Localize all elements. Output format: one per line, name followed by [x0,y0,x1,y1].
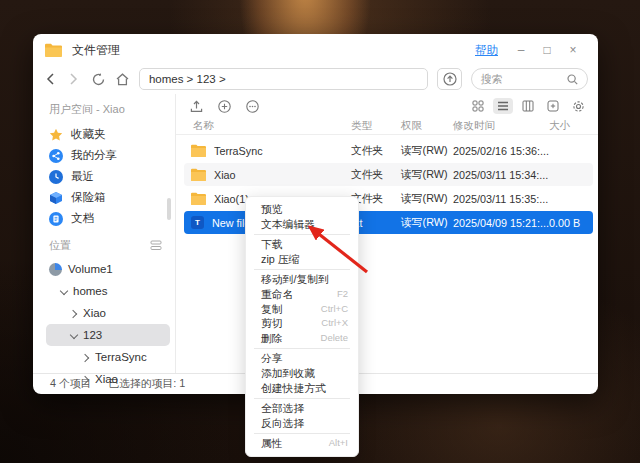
column-header-type[interactable]: 类型 [351,119,401,133]
sidebar-item-vault[interactable]: 保险箱 [33,187,175,208]
sidebar-item-documents[interactable]: 文档 [33,208,175,229]
search-input[interactable]: 搜索 [471,68,588,90]
sidebar-item-favorites[interactable]: 收藏夹 [33,124,175,145]
tree-node-homes[interactable]: homes [33,280,175,302]
menu-divider [254,348,350,349]
column-header-mtime[interactable]: 修改时间 [453,119,549,133]
menu-divider [254,234,350,235]
chevron-down-icon[interactable] [60,288,67,295]
breadcrumb[interactable]: homes > 123 > [139,68,428,90]
column-header-name[interactable]: 名称 [176,119,351,133]
chevron-right-icon[interactable] [82,354,89,361]
minimize-button[interactable]: – [508,43,534,57]
menu-item-move-copy[interactable]: 移动到/复制到 [246,272,358,287]
tree-node-xiao[interactable]: Xiao [33,302,175,324]
menu-item-copy[interactable]: 复制Ctrl+C [246,302,358,317]
volume-pie-icon [49,263,62,276]
refresh-icon[interactable] [91,71,106,87]
column-header-size[interactable]: 大小 [549,119,593,133]
menu-item-select-all[interactable]: 全部选择 [246,401,358,416]
menu-item-zip[interactable]: zip 压缩 [246,252,358,267]
sidebar: 用户空间 - Xiao 收藏夹 我的分享 最近 [33,94,175,373]
menu-item-delete[interactable]: 删除Delete [246,331,358,346]
list-header: 名称 类型 权限 修改时间 大小 [176,118,598,135]
folder-icon [191,192,206,205]
menu-item-add-favorite[interactable]: 添加到收藏 [246,366,358,381]
sidebar-item-label: 收藏夹 [71,127,106,142]
settings-gear-icon[interactable] [572,100,585,113]
new-item-icon[interactable] [218,100,231,113]
tree-node-terrasync[interactable]: TerraSync [33,346,175,368]
menu-item-create-shortcut[interactable]: 创建快捷方式 [246,381,358,396]
sidebar-item-my-shares[interactable]: 我的分享 [33,145,175,166]
sidebar-item-label: 文档 [71,211,94,226]
app-folder-icon [45,43,62,57]
sidebar-item-label: 保险箱 [71,190,106,205]
search-icon [567,74,578,85]
go-up-button[interactable] [437,68,461,90]
chevron-right-icon[interactable] [70,310,77,317]
add-view-icon[interactable] [547,100,559,112]
menu-item-properties[interactable]: 属性Alt+I [246,436,358,451]
table-row-xiao[interactable]: Xiao 文件夹 读写(RW) 2025/03/11 15:34:... [184,163,593,186]
help-link[interactable]: 帮助 [475,43,498,58]
column-view-icon[interactable] [522,100,534,112]
main-panel: 名称 类型 权限 修改时间 大小 TerraSync 文件夹 读写(RW) 20… [176,94,598,373]
tree-node-123-selected[interactable]: 123 [46,324,170,346]
close-button[interactable]: × [560,43,586,57]
file-toolbar [176,94,598,118]
location-header: 位置 [33,229,175,258]
column-header-perm[interactable]: 权限 [401,119,453,133]
sidebar-item-label: 最近 [71,169,94,184]
menu-divider [254,433,350,434]
window-title: 文件管理 [72,42,120,59]
menu-item-preview[interactable]: 预览 [246,202,358,217]
user-space-header: 用户空间 - Xiao [33,98,175,124]
chevron-right-icon[interactable] [82,376,89,383]
menu-item-share[interactable]: 分享 [246,351,358,366]
txt-file-icon: T [191,216,204,229]
star-icon [49,128,63,142]
sidebar-item-recent[interactable]: 最近 [33,166,175,187]
grid-view-icon[interactable] [472,100,484,112]
menu-item-cut[interactable]: 剪切Ctrl+X [246,316,358,331]
upload-icon[interactable] [190,100,203,113]
menu-divider [254,398,350,399]
context-menu: 预览 文本编辑器 下载 zip 压缩 移动到/复制到 重命名F2 复制Ctrl+… [245,196,359,457]
menu-item-text-editor[interactable]: 文本编辑器 [246,217,358,232]
folder-icon [191,168,206,181]
safe-cube-icon [49,191,63,205]
more-actions-icon[interactable] [246,100,259,113]
menu-item-invert-selection[interactable]: 反向选择 [246,416,358,431]
file-rows: TerraSync 文件夹 读写(RW) 2025/02/16 15:36:..… [176,135,598,234]
folder-icon [191,144,206,157]
maximize-button[interactable]: □ [534,43,560,57]
chevron-down-icon[interactable] [70,332,77,339]
collapse-tree-icon[interactable] [150,240,162,251]
list-view-icon[interactable] [493,98,513,114]
document-icon [49,212,63,226]
sidebar-scrollbar[interactable] [167,198,171,220]
back-icon[interactable] [43,71,58,87]
clock-icon [49,170,63,184]
titlebar: 文件管理 帮助 – □ × [33,34,598,64]
tree-node-xiao2[interactable]: Xiao [33,368,175,390]
menu-item-rename[interactable]: 重命名F2 [246,287,358,302]
navigation-bar: homes > 123 > 搜索 [33,64,598,94]
table-row-terrasync[interactable]: TerraSync 文件夹 读写(RW) 2025/02/16 15:36:..… [184,139,593,162]
search-placeholder: 搜索 [481,72,503,87]
share-icon [49,149,63,163]
sidebar-item-label: 我的分享 [71,148,117,163]
tree-node-volume1[interactable]: Volume1 [33,258,175,280]
menu-divider [254,269,350,270]
forward-icon[interactable] [67,71,82,87]
home-icon[interactable] [115,71,130,87]
menu-item-download[interactable]: 下载 [246,237,358,252]
